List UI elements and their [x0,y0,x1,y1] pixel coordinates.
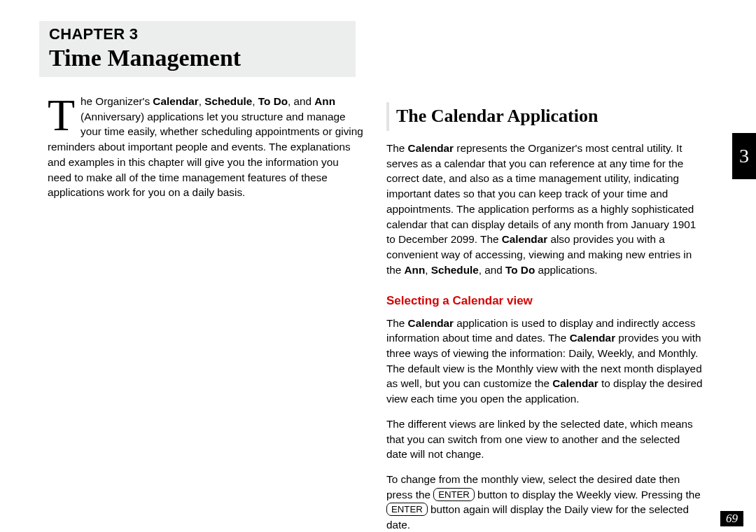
subsection-heading: Selecting a Calendar view [386,293,703,309]
right-column: The Calendar Application The Calendar re… [386,77,703,532]
sub-p4: To change from the monthly view, select … [386,472,703,532]
dropcap: T [48,94,80,134]
enter-key-icon: ENTER [386,503,428,516]
section-p1: The Calendar represents the Organizer's … [386,141,703,277]
chapter-title: Time Management [49,45,346,71]
sub-p2: The Calendar application is used to disp… [386,316,703,407]
page-number: 69 [720,511,743,526]
left-column: T he Organizer's Calendar, Schedule, To … [39,94,364,532]
intro-paragraph: T he Organizer's Calendar, Schedule, To … [48,94,364,200]
chapter-tab: 3 [732,133,756,179]
sub-p3: The different views are linked by the se… [386,416,703,462]
section-heading: The Calendar Application [386,102,703,131]
chapter-label: CHAPTER 3 [49,25,346,43]
enter-key-icon: ENTER [433,488,475,501]
chapter-header: CHAPTER 3 Time Management [39,21,356,77]
